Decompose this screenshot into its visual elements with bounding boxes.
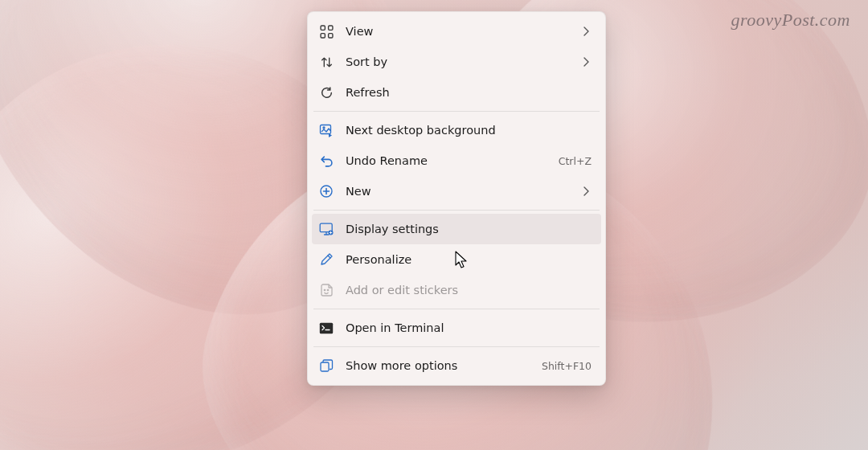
svg-rect-1 [328,26,332,30]
menu-item-shortcut: Shift+F10 [542,360,592,372]
terminal-icon [318,320,334,336]
menu-item-sort-by[interactable]: Sort by [312,47,601,77]
menu-item-open-terminal[interactable]: Open in Terminal [312,313,601,343]
more-options-icon [318,358,334,374]
menu-item-label: Next desktop background [346,124,592,137]
svg-rect-12 [321,362,329,371]
svg-point-5 [323,127,325,129]
chevron-right-icon [580,186,592,196]
personalize-icon [318,252,334,268]
menu-item-label: View [346,25,569,38]
new-icon [318,183,334,199]
menu-separator [313,111,600,112]
next-bg-icon [318,122,334,138]
menu-item-next-desktop-background[interactable]: Next desktop background [312,115,601,145]
sort-icon [318,54,334,70]
menu-item-refresh[interactable]: Refresh [312,77,601,108]
chevron-right-icon [580,27,592,36]
menu-item-add-stickers: Add or edit stickers [312,275,601,305]
menu-separator [313,210,600,211]
svg-rect-3 [328,33,332,37]
desktop-context-menu: View Sort by Refresh Next desktop backgr… [307,11,606,386]
menu-item-show-more-options[interactable]: Show more options Shift+F10 [312,350,601,381]
menu-item-label: Display settings [346,223,592,235]
menu-item-label: Refresh [346,86,592,99]
menu-item-label: Add or edit stickers [346,284,592,297]
svg-rect-2 [321,33,325,37]
menu-item-shortcut: Ctrl+Z [559,155,592,167]
watermark-text: groovyPost.com [731,10,850,31]
menu-item-undo-rename[interactable]: Undo Rename Ctrl+Z [312,145,601,176]
menu-item-personalize[interactable]: Personalize [312,244,601,275]
menu-item-label: Undo Rename [346,154,547,167]
svg-point-9 [324,289,325,290]
menu-item-label: Personalize [346,253,592,266]
grid-icon [318,23,334,39]
menu-item-label: Open in Terminal [346,321,592,334]
display-icon [318,221,334,237]
menu-item-new[interactable]: New [312,176,601,207]
chevron-right-icon [580,57,592,67]
svg-rect-11 [320,322,333,333]
svg-rect-0 [321,26,325,30]
menu-item-label: Sort by [346,55,569,68]
menu-item-label: New [346,185,569,198]
menu-separator [313,309,600,309]
refresh-icon [318,84,334,100]
menu-item-label: Show more options [346,359,530,372]
stickers-icon [318,282,334,298]
menu-separator [313,346,600,347]
svg-point-10 [327,289,328,290]
menu-item-display-settings[interactable]: Display settings [312,214,601,244]
menu-item-view[interactable]: View [312,16,601,47]
undo-icon [318,153,334,169]
